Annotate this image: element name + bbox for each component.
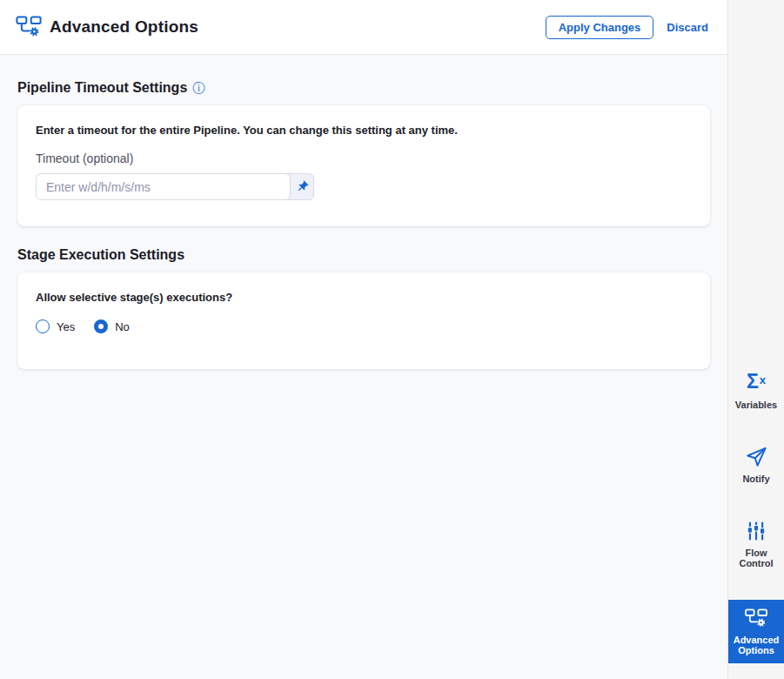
sidebar-item-variables[interactable]: Variables: [728, 367, 784, 414]
paper-plane-icon: [745, 446, 767, 468]
timeout-input[interactable]: [36, 173, 291, 200]
timeout-field-label: Timeout (optional): [36, 151, 692, 165]
pin-icon: [296, 180, 309, 193]
radio-group: Yes No: [36, 319, 692, 333]
sidebar-item-advanced-options[interactable]: Advanced Options: [728, 600, 784, 663]
stage-execution-heading-label: Stage Execution Settings: [17, 247, 184, 263]
page-title: Advanced Options: [50, 17, 198, 37]
radio-yes-label: Yes: [57, 320, 75, 333]
info-icon[interactable]: [192, 82, 204, 94]
discard-button[interactable]: Discard: [667, 21, 708, 34]
pipeline-gear-icon: [745, 607, 767, 629]
main-panel: Advanced Options Apply Changes Discard P…: [0, 0, 727, 679]
right-sidebar: Variables Notify: [727, 0, 784, 679]
timeout-input-group: [36, 173, 314, 200]
radio-no[interactable]: [94, 319, 108, 333]
sidebar-item-label: Flow Control: [730, 548, 782, 568]
sidebar-nav: Variables Notify: [728, 367, 784, 663]
sliders-icon: [746, 520, 767, 542]
header: Advanced Options Apply Changes Discard: [0, 0, 727, 55]
apply-changes-button[interactable]: Apply Changes: [546, 16, 654, 39]
sidebar-item-label: Notify: [742, 474, 769, 484]
radio-option-yes[interactable]: Yes: [36, 319, 75, 333]
content-area: Pipeline Timeout Settings Enter a timeou…: [0, 55, 727, 369]
sigma-x-icon: [747, 372, 766, 394]
stage-execution-card: Allow selective stage(s) executions? Yes…: [17, 272, 710, 369]
sidebar-item-label: Variables: [735, 400, 777, 410]
pipeline-timeout-heading-label: Pipeline Timeout Settings: [17, 80, 187, 96]
sidebar-item-notify[interactable]: Notify: [728, 441, 784, 488]
radio-yes[interactable]: [36, 319, 50, 333]
sidebar-item-flow-control[interactable]: Flow Control: [728, 515, 784, 573]
pipeline-timeout-heading: Pipeline Timeout Settings: [17, 80, 710, 96]
sidebar-item-label: Advanced Options: [730, 635, 782, 655]
timeout-description: Enter a timeout for the entire Pipeline.…: [36, 124, 692, 137]
selective-stages-question: Allow selective stage(s) executions?: [36, 291, 692, 304]
radio-no-label: No: [115, 320, 130, 333]
stage-execution-heading: Stage Execution Settings: [17, 247, 710, 263]
timeout-settings-card: Enter a timeout for the entire Pipeline.…: [17, 105, 710, 226]
pipeline-gear-icon: [16, 16, 42, 38]
radio-option-no[interactable]: No: [94, 319, 130, 333]
